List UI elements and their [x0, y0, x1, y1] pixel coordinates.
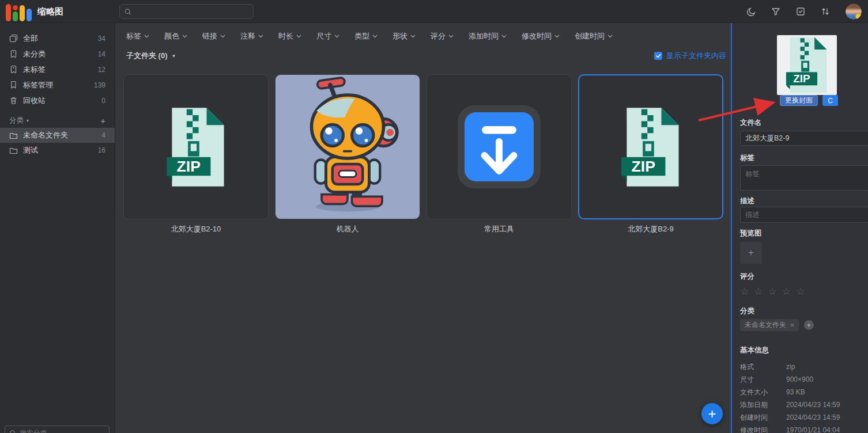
card-beijiao-b2-10[interactable]: ZIP — [123, 74, 269, 219]
app-window: 缩略图 全部 34 — [0, 0, 868, 433]
inspector-panel: ZIP 更换封面 C 文件名 标签 描述 预览图 + 评分 ☆ ☆ ☆ ☆ ☆ … — [732, 23, 868, 433]
category-chip-unnamed[interactable]: 未命名文件夹 × — [740, 319, 799, 331]
file-preview-thumbnail[interactable]: ZIP — [777, 35, 837, 95]
remove-category-icon[interactable]: × — [790, 321, 794, 329]
filter-rating[interactable]: 评分 — [431, 31, 454, 41]
card-tools[interactable] — [427, 74, 572, 219]
info-row-filesize: 文件大小 93 KB — [740, 386, 868, 398]
topbar-actions — [746, 0, 862, 23]
global-search[interactable] — [119, 4, 254, 19]
card-title: 机器人 — [275, 224, 420, 234]
category-row: 未命名文件夹 × + — [740, 319, 814, 331]
sidebar-item-label: 回收站 — [23, 96, 46, 106]
filter-date-added[interactable]: 添加时间 — [469, 31, 507, 41]
basic-info-table: 格式 zip 尺寸 900×900 文件大小 93 KB 添加日期 2024/0… — [740, 360, 868, 433]
card-wrap: 机器人 — [275, 74, 420, 234]
cover-actions: 更换封面 C — [780, 95, 838, 106]
show-subfolder-toggle[interactable]: 显示子文件夹内容 — [654, 51, 726, 61]
tags-input[interactable] — [740, 165, 868, 191]
change-cover-button[interactable]: 更换封面 — [780, 95, 818, 106]
filter-icon[interactable] — [771, 6, 781, 17]
chevron-down-icon — [296, 35, 301, 38]
chevron-down-icon — [607, 35, 613, 38]
filter-tags[interactable]: 标签 — [126, 31, 149, 41]
rating-stars: ☆ ☆ ☆ ☆ ☆ — [740, 286, 805, 298]
star-icon[interactable]: ☆ — [754, 286, 763, 298]
caret-down-icon[interactable]: ▾ — [27, 118, 29, 123]
sidebar-item-label: 未标签 — [23, 64, 46, 75]
card-beijiao-b2-9[interactable]: ZIP — [578, 74, 723, 219]
chevron-down-icon — [501, 35, 507, 38]
card-wrap: ZIP 北郊大厦B2-10 — [123, 74, 269, 234]
show-subfolder-checkbox[interactable] — [654, 52, 662, 60]
chevron-down-icon — [258, 35, 263, 38]
trash-icon — [9, 96, 18, 105]
star-icon[interactable]: ☆ — [782, 286, 791, 298]
filter-size[interactable]: 尺寸 — [316, 31, 339, 41]
logo-area: 缩略图 — [0, 0, 115, 23]
filter-date-created[interactable]: 创建时间 — [575, 31, 613, 41]
filter-duration[interactable]: 时长 — [278, 31, 301, 41]
top-bar: 缩略图 — [0, 0, 868, 23]
sidebar-item-untagged[interactable]: 未标签 12 — [0, 62, 115, 77]
sidebar-item-tag-manager[interactable]: 标签管理 139 — [0, 77, 115, 93]
filter-shape[interactable]: 形状 — [393, 31, 416, 41]
show-subfolder-label: 显示子文件夹内容 — [666, 51, 726, 61]
filter-note[interactable]: 注释 — [240, 31, 263, 41]
card-robot[interactable] — [275, 74, 420, 219]
star-icon[interactable]: ☆ — [796, 286, 805, 298]
moon-icon[interactable] — [746, 6, 756, 17]
panel-divider[interactable] — [731, 23, 732, 433]
sort-icon[interactable] — [820, 6, 831, 17]
card-title: 北郊大厦B2-10 — [123, 224, 269, 234]
sidebar-item-label: 全部 — [23, 33, 38, 44]
tags-label: 标签 — [740, 153, 754, 163]
category-search-input[interactable] — [20, 429, 104, 433]
robot-image — [276, 74, 420, 219]
app-title: 缩略图 — [37, 6, 63, 17]
multi-select-icon[interactable] — [795, 6, 806, 17]
filename-input[interactable] — [740, 131, 868, 146]
filter-type[interactable]: 类型 — [354, 31, 378, 41]
chevron-down-icon — [182, 35, 187, 38]
card-grid: ZIP 北郊大厦B2-10 — [123, 74, 723, 234]
folder-count: 16 — [98, 146, 105, 154]
filter-bar: 标签 颜色 链接 注释 时长 尺寸 类型 形状 评分 添加时间 修改时间 创建时… — [116, 23, 731, 41]
sidebar-item-label: 标签管理 — [23, 80, 53, 90]
sidebar: 全部 34 未分类 14 未标签 12 标签管理 139 回收站 0 — [0, 23, 115, 433]
subfolder-dropdown[interactable]: 子文件夹 (0) ▼ — [126, 51, 176, 61]
sidebar-item-all[interactable]: 全部 34 — [0, 31, 115, 46]
user-avatar[interactable] — [845, 3, 862, 20]
star-icon[interactable]: ☆ — [768, 286, 777, 298]
chevron-down-icon — [334, 35, 339, 38]
main-content: 标签 颜色 链接 注释 时长 尺寸 类型 形状 评分 添加时间 修改时间 创建时… — [116, 23, 731, 433]
filter-link[interactable]: 链接 — [202, 31, 225, 41]
category-section-label[interactable]: 分类 — [9, 116, 24, 126]
category-section-header: 分类 ▾ + — [0, 113, 115, 128]
sidebar-item-count: 34 — [98, 35, 105, 43]
add-category-chip-button[interactable]: + — [804, 320, 814, 330]
triangle-down-icon: ▼ — [172, 54, 176, 59]
sidebar-item-count: 139 — [94, 81, 105, 89]
c-button[interactable]: C — [822, 95, 838, 106]
star-icon[interactable]: ☆ — [740, 286, 749, 298]
filter-date-modified[interactable]: 修改时间 — [522, 31, 560, 41]
sidebar-item-trash[interactable]: 回收站 0 — [0, 93, 115, 108]
search-icon — [124, 8, 131, 16]
collection-icon — [9, 34, 18, 43]
sidebar-folder-unnamed[interactable]: 未命名文件夹 4 — [0, 128, 115, 143]
add-category-button[interactable]: + — [100, 116, 105, 126]
category-search[interactable] — [5, 426, 110, 433]
svg-text:ZIP: ZIP — [632, 158, 655, 175]
add-preview-button[interactable]: + — [740, 242, 762, 264]
info-row-date-added: 添加日期 2024/04/23 14:59 — [740, 398, 868, 411]
sidebar-item-uncategorized[interactable]: 未分类 14 — [0, 46, 115, 62]
subfolder-bar: 子文件夹 (0) ▼ 显示子文件夹内容 — [116, 41, 731, 61]
filter-color[interactable]: 颜色 — [164, 31, 187, 41]
tag-icon — [9, 50, 18, 58]
add-item-fab[interactable]: + — [701, 403, 723, 424]
description-input[interactable] — [740, 207, 868, 223]
sidebar-folder-test[interactable]: 测试 16 — [0, 143, 115, 158]
global-search-input[interactable] — [135, 7, 248, 16]
filename-label: 文件名 — [740, 118, 762, 128]
